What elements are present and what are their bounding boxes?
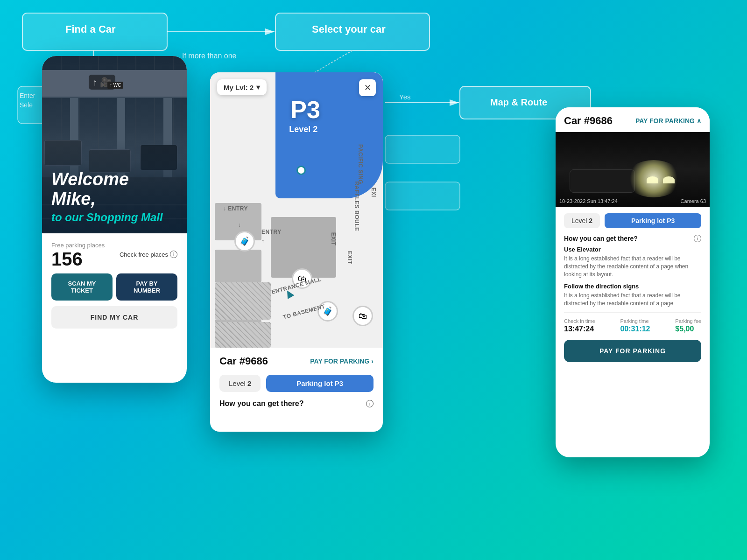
phone1-body: Free parking places 156 Check free place…: [42, 233, 187, 337]
raffles-label: RAFFLES BOULE: [353, 181, 360, 231]
parking-hatched2: [215, 322, 271, 348]
phone3-car-header: Car #9686 PAY FOR PARKING ∧: [564, 115, 701, 127]
step2-title: Follow the direction signs: [564, 283, 701, 290]
flow-box2-label: Select your car: [312, 23, 386, 35]
parking-time-label: Parking time: [620, 318, 650, 324]
pay-for-parking-button[interactable]: PAY FOR PARKING: [564, 340, 701, 362]
fee-value: $5,00: [675, 325, 701, 333]
svg-text:If more than one: If more than one: [182, 52, 237, 60]
step2-desc: It is a long established fact that a rea…: [564, 292, 701, 308]
parking-time-value: 00:31:12: [620, 325, 650, 333]
parking-time-item: Parking time 00:31:12: [620, 318, 650, 333]
phone3: Car #9686 PAY FOR PARKING ∧ 10-23-2022 S…: [556, 107, 710, 457]
parking-row: SCAN MY TICKET PAY BY NUMBER: [51, 273, 177, 301]
pay-parking-link[interactable]: PAY FOR PARKING ›: [310, 357, 374, 365]
info-icon[interactable]: i: [170, 251, 177, 258]
map-container: P3 Level 2 ▲ 🧳 🛍 🧳 🛍 ↓ ENTRY ↓ ENTRY ↑ E…: [210, 72, 383, 348]
level-lot-row3: Level 2 Parking lot P3: [564, 213, 701, 228]
welcome-line3: to our Shopping Mall: [51, 211, 177, 224]
free-parking-label: Free parking places: [51, 242, 177, 249]
fee-label: Parking fee: [675, 318, 701, 324]
garage-image: ↑ 🎥 ↑ WC Welcome Mike, to our Shopping M…: [42, 56, 187, 233]
parking-lot-badge: Parking lot P3: [266, 375, 374, 392]
divider: [564, 312, 701, 313]
level-selector-text: My Lvl: 2: [224, 84, 254, 91]
headlight: [663, 176, 675, 183]
find-my-car-button[interactable]: FIND MY CAR: [51, 306, 177, 329]
phone3-body: Level 2 Parking lot P3 How you can get t…: [556, 207, 710, 369]
chevron-right-icon: ›: [371, 357, 374, 365]
flow-box1-label: Find a Car: [65, 23, 116, 35]
svg-rect-13: [385, 182, 460, 210]
headlight2: [647, 176, 658, 183]
parking-lot-badge3: Parking lot P3: [605, 213, 701, 228]
phone3-car-number: Car #9686: [564, 115, 613, 127]
svg-text:Sele: Sele: [20, 101, 33, 109]
how-get-text: How you can get there?: [219, 399, 303, 408]
pay-by-number-button[interactable]: PAY BY NUMBER: [116, 273, 177, 301]
camera-number: Camera 63: [681, 198, 706, 204]
map-icon-person: 🛍: [352, 306, 373, 326]
scan-ticket-button[interactable]: SCAN MY TICKET: [51, 273, 113, 301]
svg-text:Yes: Yes: [399, 93, 410, 101]
chevron-down-icon: ▾: [256, 83, 260, 91]
info-icon-3[interactable]: i: [694, 235, 701, 242]
phone3-header: Car #9686 PAY FOR PARKING ∧: [556, 107, 710, 132]
svg-text:Enter: Enter: [20, 92, 35, 99]
how-title: How you can get there?: [564, 235, 638, 242]
car-number: Car #9686: [219, 355, 268, 367]
level-badge: Level 2: [219, 375, 261, 392]
svg-rect-3: [275, 13, 430, 50]
how-title-row: How you can get there? i: [564, 235, 701, 242]
step1-desc: It is a long established fact that a rea…: [564, 255, 701, 278]
close-button[interactable]: ✕: [359, 79, 376, 96]
parking-hatched: [215, 282, 271, 320]
exit-label-1: EXIT: [330, 232, 337, 246]
level-selector[interactable]: My Lvl: 2 ▾: [217, 79, 267, 95]
ex-label: ↑ EXI: [370, 182, 376, 197]
camera-image: 10-23-2022 Sun 13:47:24 Camera 63: [556, 132, 710, 207]
checkin-item: Check in time 13:47:24: [564, 318, 595, 333]
info-icon-2[interactable]: i: [366, 400, 374, 407]
welcome-line1: Welcome: [51, 170, 177, 189]
level-badge3: Level 2: [564, 213, 600, 228]
entry-label-1: ↓ ENTRY: [223, 205, 248, 212]
check-places[interactable]: Check free places i: [120, 251, 177, 258]
car-header: Car #9686 PAY FOR PARKING ›: [219, 355, 374, 367]
entry-label-3: ENTRY: [261, 229, 282, 235]
parking-info-row: Check in time 13:47:24 Parking time 00:3…: [564, 318, 701, 333]
how-section: How you can get there? i Use Elevator It…: [564, 235, 701, 308]
svg-rect-2: [22, 13, 167, 50]
wc-sign: ↑ WC: [107, 82, 123, 89]
phone1: ↑ 🎥 ↑ WC Welcome Mike, to our Shopping M…: [42, 56, 187, 383]
free-parking-count: 156: [51, 249, 83, 270]
phone2: P3 Level 2 ▲ 🧳 🛍 🧳 🛍 ↓ ENTRY ↓ ENTRY ↑ E…: [210, 72, 383, 432]
checkin-value: 13:47:24: [564, 325, 595, 333]
flow-box3-label: Map & Route: [490, 97, 547, 108]
pacific-label: PACIFIC SING: [357, 144, 364, 184]
exit-label-2: EXIT: [346, 251, 353, 265]
how-get-row: How you can get there? i: [219, 399, 374, 408]
camera-timestamp: 10-23-2022 Sun 13:47:24: [559, 198, 618, 204]
entry-arrow: ↑: [261, 238, 265, 245]
svg-rect-12: [385, 135, 460, 163]
step1-title: Use Elevator: [564, 246, 701, 253]
checkin-label: Check in time: [564, 318, 595, 324]
level-lot-row: Level 2 Parking lot P3: [219, 375, 374, 392]
entry-label-2: ↓: [238, 222, 241, 228]
map-icon-elevator: 🧳: [234, 231, 255, 252]
welcome-text: Welcome Mike, to our Shopping Mall: [51, 170, 177, 224]
welcome-line2: Mike,: [51, 189, 177, 209]
fee-item: Parking fee $5,00: [675, 318, 701, 333]
chevron-up-icon: ∧: [697, 117, 701, 125]
car-location-dot: [296, 166, 306, 175]
phone2-body: Car #9686 PAY FOR PARKING › Level 2 Park…: [210, 348, 383, 415]
phone3-pay-parking[interactable]: PAY FOR PARKING ∧: [635, 117, 701, 125]
